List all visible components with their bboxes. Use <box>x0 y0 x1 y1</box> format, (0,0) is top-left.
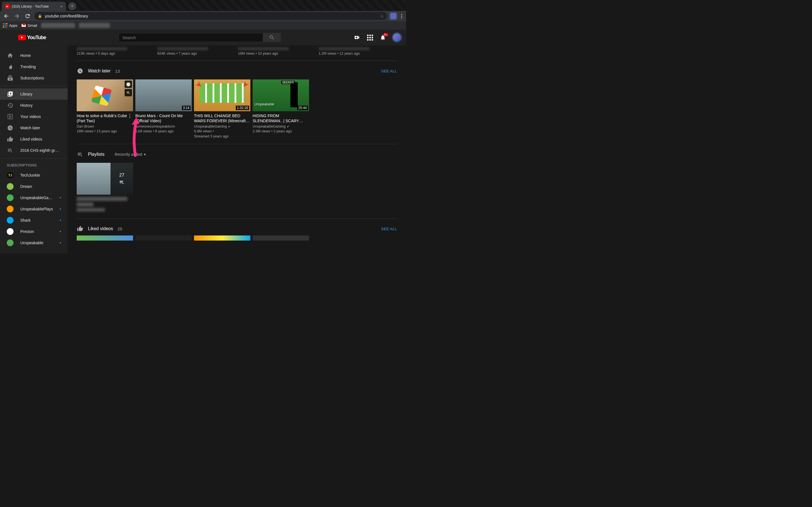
main-content[interactable]: 213K views • 5 days ago 924K views • 7 y… <box>68 45 406 253</box>
playlist-overlay: 27 <box>110 163 133 194</box>
address-bar[interactable]: 🔒 youtube.com/feed/library ☆ <box>35 12 387 20</box>
video-thumbnail[interactable] <box>135 235 192 240</box>
sidebar-item-label: Watch later <box>20 126 40 130</box>
playlist-icon <box>119 179 124 185</box>
see-all-link[interactable]: SEE ALL <box>381 69 397 73</box>
trending-icon <box>7 63 13 70</box>
video-meta: 5.8M views • <box>194 129 250 134</box>
section-title: Playlists <box>88 152 105 157</box>
sidebar-item-your-videos[interactable]: Your videos <box>0 111 68 122</box>
bookmark-blurred[interactable] <box>41 23 75 28</box>
video-thumbnail[interactable]: ➤ ➤ 1:32:16 <box>194 79 250 111</box>
new-content-dot <box>60 220 61 221</box>
add-to-queue-overlay-icon[interactable] <box>124 89 132 96</box>
new-tab-button[interactable]: + <box>68 2 76 10</box>
playlist-count: 27 <box>119 173 124 178</box>
video-thumbnail[interactable] <box>77 235 133 240</box>
sidebar-item-label: UnspeakablePlays <box>20 207 53 211</box>
see-all-link[interactable]: SEE ALL <box>381 227 397 231</box>
sidebar-item-watch-later[interactable]: Watch later <box>0 122 68 133</box>
section-title: Liked videos <box>88 226 113 231</box>
sidebar-item-home[interactable]: Home <box>0 50 68 61</box>
video-duration: 1:32:16 <box>236 106 249 110</box>
profile-button[interactable] <box>390 13 397 19</box>
youtube-logo[interactable]: YouTube <box>18 35 46 41</box>
notifications-button[interactable]: 9+ <box>379 34 386 41</box>
sidebar-sub-dream[interactable]: Dream <box>0 181 68 192</box>
video-card[interactable]: ➤ ➤ 1:32:16 THIS WILL CHANGE BED WARS FO… <box>194 79 250 139</box>
sidebar-item-playlist[interactable]: 2016 CHS eighth gra… <box>0 145 68 156</box>
user-avatar[interactable] <box>393 33 402 42</box>
browser-chrome: (310) Library - YouTube × + 🔒 youtube.co… <box>0 0 406 30</box>
sidebar-sub-unspeakableplays[interactable]: UnspeakablePlays <box>0 203 68 215</box>
video-thumbnail[interactable]: 3:14 <box>135 79 192 111</box>
verified-icon: ✔ <box>287 125 289 128</box>
bookmark-label: Apps <box>9 23 17 27</box>
video-title: HIDING FROM SLENDERMAN.. | SCARY… <box>253 114 309 123</box>
clock-icon <box>77 68 84 74</box>
video-channel[interactable]: UnspeakableGaming ✔ <box>194 124 250 128</box>
sidebar-item-library[interactable]: Library <box>0 89 68 100</box>
sidebar-item-label: TechJunkie <box>20 173 40 177</box>
sidebar-item-trending[interactable]: Trending <box>0 61 68 72</box>
bookmark-blurred[interactable] <box>79 23 110 28</box>
video-channel[interactable]: someonecomespeakform <box>135 124 192 128</box>
youtube-apps-button[interactable] <box>366 34 373 41</box>
playlist-thumbnail[interactable]: 27 <box>77 163 133 194</box>
video-title: Bruno Mars - Count On Me (Official Video… <box>135 114 192 123</box>
sidebar-sub-unspeakablegaming[interactable]: UnspeakableGami… <box>0 192 68 203</box>
video-meta: 2.3M views • 2 years ago <box>253 129 309 134</box>
bookmark-gmail[interactable]: Gmail <box>21 23 37 27</box>
home-icon <box>7 52 13 59</box>
search-button[interactable] <box>263 33 281 42</box>
sidebar-sub-shark[interactable]: Shark <box>0 215 68 226</box>
video-card[interactable]: 🕒 How to solve a Rubik's Cube (Part Two)… <box>77 79 133 139</box>
sidebar-item-label: Subscriptions <box>20 76 44 80</box>
video-thumbnail[interactable]: Unspeakable SEEKER 25:44 <box>253 79 309 111</box>
apps-icon <box>3 23 7 27</box>
video-channel[interactable]: Dan Brown <box>77 124 133 128</box>
sidebar-sub-techjunkie[interactable]: TJTechJunkie <box>0 170 68 181</box>
sidebar-item-history[interactable]: History <box>0 100 68 111</box>
sidebar-item-liked-videos[interactable]: Liked videos <box>0 133 68 145</box>
video-meta: 213K views • 5 days ago <box>77 52 115 55</box>
browser-menu-button[interactable] <box>400 12 404 20</box>
playlists-section: Playlists Recently added ▾ 27 <box>77 144 397 219</box>
thumbs-up-icon <box>7 136 13 143</box>
video-thumbnail[interactable] <box>194 235 250 240</box>
video-meta: 11M views • 8 years ago <box>135 129 192 134</box>
video-card[interactable]: Unspeakable SEEKER 25:44 HIDING FROM SLE… <box>253 79 309 139</box>
forward-button[interactable] <box>13 12 21 20</box>
reload-button[interactable] <box>24 12 32 20</box>
video-menu-button[interactable] <box>127 113 133 119</box>
back-button[interactable] <box>2 12 10 20</box>
video-meta: 18M views • 10 years ago <box>238 52 278 55</box>
subscriptions-heading: SUBSCRIPTIONS <box>0 161 68 170</box>
gmail-icon <box>21 24 26 27</box>
new-content-dot <box>60 231 61 232</box>
channel-avatar <box>7 183 13 190</box>
close-tab-icon[interactable]: × <box>60 4 63 9</box>
channel-avatar <box>7 239 13 246</box>
sort-dropdown[interactable]: Recently added ▾ <box>115 152 146 157</box>
video-thumbnail[interactable]: 🕒 <box>77 79 133 111</box>
hamburger-menu-button[interactable] <box>4 34 11 41</box>
search-input[interactable] <box>119 33 263 42</box>
sidebar-sub-unspeakable[interactable]: Unspeakable <box>0 237 68 248</box>
playlist-card[interactable]: 27 <box>77 163 133 213</box>
new-content-dot <box>60 242 61 243</box>
video-channel[interactable]: UnspeakableGaming ✔ <box>253 124 309 128</box>
create-video-button[interactable] <box>354 34 360 41</box>
bookmark-star-icon[interactable]: ☆ <box>380 14 384 18</box>
bookmark-apps[interactable]: Apps <box>3 23 17 27</box>
library-icon <box>7 91 13 98</box>
watch-later-overlay-icon[interactable]: 🕒 <box>124 80 132 88</box>
sidebar-sub-preston[interactable]: Preston <box>0 226 68 237</box>
video-thumbnail[interactable] <box>253 235 309 240</box>
video-card[interactable]: 3:14 Bruno Mars - Count On Me (Official … <box>135 79 192 139</box>
section-title: Watch later <box>88 68 110 73</box>
channel-avatar <box>7 206 13 212</box>
browser-tab[interactable]: (310) Library - YouTube × <box>2 2 66 11</box>
sidebar-item-subscriptions[interactable]: Subscriptions <box>0 72 68 83</box>
channel-avatar: TJ <box>7 172 13 179</box>
